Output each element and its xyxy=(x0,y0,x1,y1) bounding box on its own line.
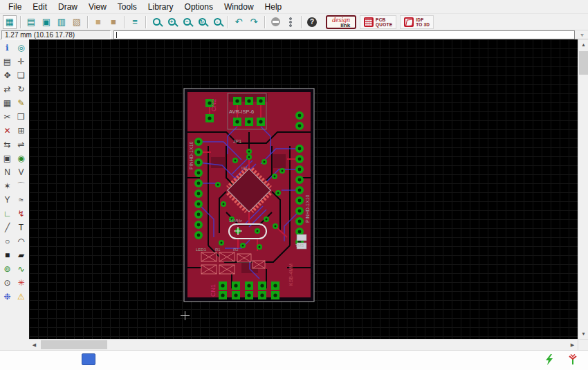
v-scrollbar[interactable]: ▲ ▼ xyxy=(578,39,588,350)
copy-tool[interactable]: ❏ xyxy=(15,68,28,82)
rotate-tool[interactable]: ↻ xyxy=(15,82,28,95)
layer-list-button[interactable]: ≡ xyxy=(128,15,142,29)
zoom-in-button[interactable]: + xyxy=(165,15,178,29)
hole-tool[interactable]: ⊙ xyxy=(1,276,14,289)
mirror-tool[interactable]: ⇄ xyxy=(1,82,14,95)
board-label: TM3 xyxy=(295,243,304,248)
info-tool[interactable]: ℹ xyxy=(1,41,14,54)
menu-library[interactable]: Library xyxy=(143,1,179,12)
board-canvas[interactable]: CN2AVR-ISP-6PINHD-1X10PINHD-1X10JP1IC116… xyxy=(29,39,578,339)
pcb-board: CN2AVR-ISP-6PINHD-1X10PINHD-1X10JP1IC116… xyxy=(183,88,315,302)
scroll-up-arrow[interactable]: ▲ xyxy=(578,39,588,50)
move-tool[interactable]: ✥ xyxy=(1,68,14,82)
text-tool[interactable]: T xyxy=(15,221,28,234)
redo-button[interactable]: ↷ xyxy=(247,15,261,29)
zoom-select-button[interactable]: ▫ xyxy=(210,15,224,29)
zoom-fit-button[interactable] xyxy=(149,15,163,29)
command-history-dropdown[interactable]: ▿ xyxy=(578,30,587,39)
display-layers-tool[interactable]: ▤ xyxy=(1,55,14,68)
board-label: 16MHz xyxy=(229,219,242,223)
ratsnest-tool[interactable]: ✳ xyxy=(15,276,28,289)
idf-to-3d-icon xyxy=(404,17,414,27)
menu-window[interactable]: Window xyxy=(219,1,259,12)
toolbar-separator xyxy=(87,16,88,28)
layer-swatch-2-button[interactable]: ■ xyxy=(107,15,120,29)
group-tool[interactable]: ▦ xyxy=(1,96,14,109)
smash-tool[interactable]: ✶ xyxy=(1,179,14,192)
menu-file[interactable]: File xyxy=(3,1,27,12)
value-tool[interactable]: V xyxy=(15,165,28,178)
menu-tools[interactable]: Tools xyxy=(112,1,143,12)
lock-tool[interactable]: ▣ xyxy=(1,151,14,165)
h-scrollbar[interactable]: ◀ ▶ xyxy=(29,339,578,350)
signal-tool[interactable]: ∿ xyxy=(15,262,28,275)
idf-to-3d-button[interactable]: IDF TO 3D xyxy=(400,15,434,29)
via-tool[interactable]: ⊚ xyxy=(1,262,14,275)
undo-button[interactable]: ↶ xyxy=(232,15,246,29)
eagle-board-editor-window: FileEditDrawViewToolsLibraryOptionsWindo… xyxy=(0,0,588,370)
traffic-light-button[interactable] xyxy=(284,15,297,29)
v-scroll-track[interactable] xyxy=(578,50,588,329)
menu-draw[interactable]: Draw xyxy=(53,1,83,12)
mark-tool[interactable]: ✛ xyxy=(15,55,28,68)
ripup-tool[interactable]: ↯ xyxy=(15,207,28,220)
autorouter-tool[interactable]: ❉ xyxy=(1,290,14,303)
change-tool[interactable]: ✎ xyxy=(15,96,28,109)
split-tool[interactable]: Y xyxy=(1,193,14,206)
antenna-icon[interactable] xyxy=(567,354,578,365)
save-button[interactable]: ▣ xyxy=(39,15,53,29)
pcb-quote-button[interactable]: PCB QUOTE xyxy=(360,15,396,29)
main-area: ℹ◎▤✛✥❏⇄↻▦✎✂❒✕⊞⇆⇌▣◉NV✶⌒Y≈∟↯╱T○◠■▰⊚∿⊙✳❉⚠ xyxy=(0,39,588,350)
coordinate-display: 1.27 mm (10.16 17.78) xyxy=(1,30,111,39)
delete-tool[interactable]: ✕ xyxy=(1,124,14,137)
cut-tool[interactable]: ✂ xyxy=(1,110,14,123)
grid-settings-button[interactable]: ▦ xyxy=(3,15,17,29)
replace-tool[interactable]: ⇌ xyxy=(15,138,28,151)
menu-view[interactable]: View xyxy=(83,1,112,12)
menu-edit[interactable]: Edit xyxy=(27,1,53,12)
show-tool[interactable]: ◎ xyxy=(15,41,28,54)
circle-tool[interactable]: ○ xyxy=(1,234,14,248)
junction-tool[interactable]: ◉ xyxy=(15,151,28,165)
toolbar-separator xyxy=(20,16,21,28)
board-label: R2 xyxy=(233,248,239,252)
scroll-right-arrow[interactable]: ▶ xyxy=(567,340,578,350)
help-button[interactable]: ? xyxy=(305,15,319,29)
board-label: IC1 xyxy=(241,166,248,170)
arc-tool[interactable]: ◠ xyxy=(15,234,28,248)
route-tool[interactable]: ∟ xyxy=(1,207,14,220)
text-caret xyxy=(116,32,117,38)
v-scroll-thumb[interactable] xyxy=(579,51,588,75)
print-button[interactable]: ▥ xyxy=(55,15,68,29)
status-blue-icon[interactable] xyxy=(82,353,95,365)
stop-button[interactable] xyxy=(268,15,282,29)
h-scroll-thumb[interactable] xyxy=(41,340,107,349)
rect-tool[interactable]: ■ xyxy=(1,248,14,261)
board-label: JP1 xyxy=(233,139,241,144)
miter-tool[interactable]: ⌒ xyxy=(15,179,28,192)
layer-swatch-button[interactable]: ■ xyxy=(91,15,105,29)
lightning-icon[interactable] xyxy=(544,354,555,365)
name-tool[interactable]: N xyxy=(1,165,14,178)
board-label: R1 xyxy=(215,248,221,252)
menu-help[interactable]: Help xyxy=(259,1,288,12)
pcb-quote-icon xyxy=(364,17,374,27)
paste-tool[interactable]: ❒ xyxy=(15,110,28,123)
menu-options[interactable]: Options xyxy=(179,1,219,12)
status-bar xyxy=(0,350,588,370)
open-file-button[interactable]: ▤ xyxy=(24,15,38,29)
add-tool[interactable]: ⊞ xyxy=(15,124,28,137)
h-scroll-track[interactable] xyxy=(39,340,567,350)
optimize-tool[interactable]: ≈ xyxy=(15,193,28,206)
export-image-button[interactable]: ▧ xyxy=(70,15,84,29)
zoom-redraw-button[interactable]: ↻ xyxy=(195,15,209,29)
wire-tool[interactable]: ╱ xyxy=(1,221,14,234)
polygon-tool[interactable]: ▰ xyxy=(15,248,28,261)
zoom-out-button[interactable]: − xyxy=(180,15,194,29)
pinswap-tool[interactable]: ⇆ xyxy=(1,138,14,151)
scroll-down-arrow[interactable]: ▼ xyxy=(578,329,588,339)
design-link-button[interactable]: design link xyxy=(326,15,356,29)
drc-errors-tool[interactable]: ⚠ xyxy=(15,290,28,303)
command-input[interactable] xyxy=(113,30,575,39)
scroll-left-arrow[interactable]: ◀ xyxy=(29,340,39,350)
